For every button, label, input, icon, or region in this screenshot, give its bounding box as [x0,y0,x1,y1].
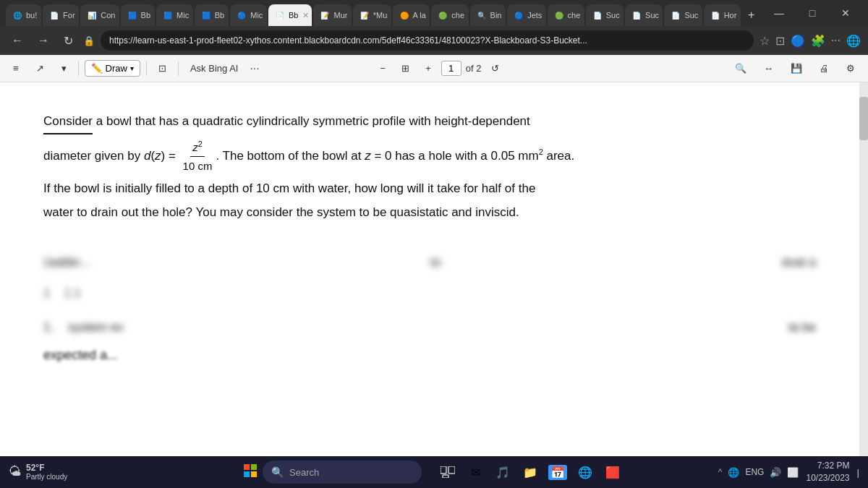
ask-bing-btn[interactable]: Ask Bing AI [184,60,244,77]
tab-suc2[interactable]: 📄Suc [625,4,663,26]
tab-jets[interactable]: 🔵Jets [507,4,545,26]
lasso-tool[interactable]: ⊡ [153,60,172,77]
scrollbar[interactable] [859,82,868,456]
rotate-btn[interactable]: ↺ [485,60,505,77]
system-number: 1. [43,317,54,338]
maximize-button[interactable]: □ [796,0,829,26]
consider-underlined: Consider [43,111,93,134]
print-btn[interactable]: 🖨 [814,60,835,77]
tab-hor[interactable]: 📄Hor [704,4,741,26]
media-button[interactable]: 🎵 [491,461,514,484]
taskview-button[interactable] [436,461,459,484]
tab-mu[interactable]: 📝*Mu [353,4,391,26]
minimize-button[interactable]: — [762,0,796,26]
speaker-icon[interactable]: 🔊 [770,467,781,478]
date-display: 10/23/2023 [806,472,849,484]
taskbar: 🌤 52°F Partly cloudy 🔍 Search [0,456,868,488]
draw-dropdown[interactable]: ▾ [130,64,134,72]
tab-che2[interactable]: 🟢che [548,4,584,26]
tab-bb-active[interactable]: 📄Bb✕ [268,4,312,26]
show-hidden-icons-btn[interactable]: ^ [718,467,723,477]
problem-text: Consider a bowl that has a quadratic cyl… [43,111,816,223]
weather-temp: 52°F [26,463,67,473]
pinned-app1[interactable]: 🟥 [601,461,624,484]
svg-rect-1 [251,464,257,470]
settings-gear-btn[interactable]: ⚙ [841,60,861,77]
tab-bar: 🌐bu! 📄For 📊Con 🟦Bb 🟦Mic 🟦Bb 🔵Mic 📄Bb✕ 📝M… [0,0,868,26]
search-btn[interactable]: 🔍 [729,60,752,77]
explorer-button[interactable]: 📁 [519,461,542,484]
separator2 [146,61,147,76]
tab-suc1[interactable]: 📄Suc [586,4,624,26]
svg-rect-3 [251,471,257,477]
fit-width-btn[interactable]: ↔ [758,60,779,77]
svg-rect-5 [448,466,455,474]
datetime[interactable]: 7:32 PM 10/23/2023 [806,460,849,484]
new-tab-btn[interactable]: + [742,4,760,26]
svg-rect-4 [441,466,446,474]
tab-mic1[interactable]: 🟦Mic [156,4,193,26]
media-icon: 🎵 [495,466,510,479]
blurred-right: duat a [782,252,816,273]
profile-icon[interactable]: 🔵 [791,34,805,48]
expected-line: expected a... [43,345,816,367]
fit-page-btn[interactable]: ⊞ [396,60,415,77]
partial-bottom: 1. system ev ta be expected a... [43,317,816,367]
scrollbar-thumb[interactable] [859,97,868,140]
separator1 [78,61,79,76]
forward-button[interactable]: → [33,31,54,50]
menu-icon[interactable]: ≡ [7,60,25,77]
cursor-tool-btn[interactable]: ↗ [30,60,50,77]
address-input[interactable] [101,30,754,51]
blurred-left: ⟨aabbr... [43,252,90,273]
zoom-out-btn[interactable]: − [375,60,392,77]
tab-for[interactable]: 📄For [43,4,79,26]
calendar-icon: 📅 [548,465,567,480]
tab-suc3[interactable]: 📄Suc [664,4,702,26]
tab-che1[interactable]: 🟢che [431,4,468,26]
calendar-button[interactable]: 📅 [546,461,569,484]
taskbar-apps: ✉ 🎵 📁 📅 🌐 🟥 [436,461,624,484]
more-icon[interactable]: ··· [831,34,841,47]
tab-mic2[interactable]: 🔵Mic [230,4,267,26]
tab-bb2[interactable]: 🟦Bb [195,4,229,26]
system-line: 1. system ev ta be [43,317,816,338]
tab-bin[interactable]: 🔍Bin [470,4,506,26]
blurred-center: to [430,252,441,273]
more-tools-icon[interactable]: ··· [250,62,259,75]
battery-icon: ⬜ [787,467,799,478]
mail-icon: ✉ [471,466,480,479]
weather-condition: Partly cloudy [26,473,67,481]
system-center-text: system ev [68,317,124,338]
address-icons: ☆ ⊡ 🔵 🧩 ··· 🌐 [760,34,861,48]
page-number-input[interactable] [441,61,461,76]
app1-icon: 🟥 [605,466,620,479]
cursor-dropdown[interactable]: ▾ [56,60,72,77]
extensions-icon[interactable]: 🧩 [811,34,825,48]
tab-bb1[interactable]: 🟦Bb [121,4,155,26]
mail-button[interactable]: ✉ [464,461,487,484]
problem-line1: Consider a bowl that has a quadratic cyl… [43,111,816,134]
language-label[interactable]: ENG [745,467,764,477]
taskbar-weather[interactable]: 🌤 52°F Partly cloudy [9,463,67,481]
refresh-button[interactable]: ↻ [59,31,77,51]
close-button[interactable]: ✕ [829,0,862,26]
star-icon[interactable]: ☆ [760,34,770,48]
zoom-in-btn[interactable]: + [420,60,437,77]
tab-mur[interactable]: 📝Mur [313,4,351,26]
tab-ala[interactable]: 🟠A la [393,4,430,26]
pdf-toolbar: ≡ ↗ ▾ ✏️ Draw ▾ ⊡ Ask Bing AI ··· − ⊞ + … [0,55,868,82]
taskbar-search-bar[interactable]: 🔍 Search [263,461,422,484]
back-button[interactable]: ← [7,31,27,50]
show-desktop-btn[interactable]: | [857,467,859,478]
weather-icon: 🌤 [9,464,22,479]
start-button[interactable] [244,464,257,481]
save-btn[interactable]: 💾 [785,60,808,77]
problem-line4: water to drain out the hole? You may con… [43,202,816,223]
tab-con[interactable]: 📊Con [80,4,119,26]
tab-bu[interactable]: 🌐bu! [6,4,41,26]
edge-button[interactable]: 🌐 [574,461,597,484]
tab-icon[interactable]: ⊡ [775,34,785,48]
draw-button[interactable]: ✏️ Draw ▾ [85,60,140,77]
problem-line3: If the bowl is initially filled to a dep… [43,179,816,200]
